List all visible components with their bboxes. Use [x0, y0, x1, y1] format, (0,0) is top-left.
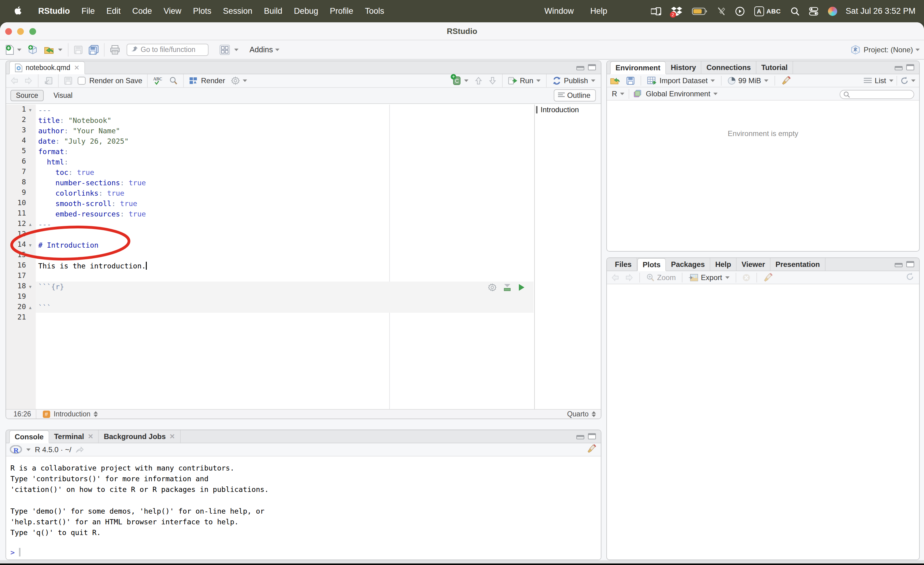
maximize-console-icon[interactable] — [588, 433, 596, 439]
apple-icon[interactable] — [0, 6, 32, 16]
tab-console[interactable]: Console — [9, 430, 49, 443]
chunk-options-gear-icon[interactable] — [488, 283, 496, 291]
menu-profile[interactable]: Profile — [324, 6, 359, 16]
find-replace-icon[interactable] — [166, 73, 181, 88]
print-button[interactable] — [107, 42, 123, 57]
refresh-plots-icon[interactable] — [906, 273, 914, 283]
menu-session[interactable]: Session — [217, 6, 258, 16]
maximize-plots-icon[interactable] — [906, 261, 914, 267]
minimize-plots-icon[interactable] — [895, 263, 903, 267]
addins-button[interactable]: Addins — [246, 42, 282, 57]
tab-connections[interactable]: Connections — [701, 61, 756, 74]
tab-history[interactable]: History — [666, 61, 702, 74]
run-prev-chunks-icon[interactable] — [471, 73, 486, 88]
siri-icon[interactable] — [828, 7, 837, 16]
outline-toggle-button[interactable]: Outline — [554, 89, 596, 102]
next-plot-icon[interactable] — [622, 270, 636, 285]
memory-usage-menu[interactable]: 99 MiB — [724, 73, 771, 88]
run-chunk-icon[interactable] — [518, 283, 525, 291]
menu-clock[interactable]: Sat Jul 26 3:52 PM — [846, 6, 915, 16]
maximize-env-icon[interactable] — [906, 64, 914, 70]
save-button[interactable] — [71, 42, 86, 57]
display-icon[interactable] — [651, 7, 662, 15]
control-center-icon[interactable] — [809, 7, 818, 16]
render-button[interactable]: Render — [186, 73, 228, 88]
maximize-pane-icon[interactable] — [588, 64, 596, 70]
menu-build[interactable]: Build — [258, 6, 288, 16]
publish-button[interactable]: Publish — [549, 73, 598, 88]
tab-tutorial[interactable]: Tutorial — [756, 61, 793, 74]
export-plot-button[interactable]: Export — [686, 270, 732, 285]
fold-arrow-icon[interactable]: ▲ — [28, 303, 33, 313]
tab-viewer[interactable]: Viewer — [736, 258, 771, 271]
refresh-env-icon[interactable] — [900, 76, 915, 85]
menu-code[interactable]: Code — [127, 6, 158, 16]
fold-arrow-icon[interactable]: ▼ — [28, 282, 33, 292]
menu-debug[interactable]: Debug — [288, 6, 324, 16]
render-settings-gear-icon[interactable] — [228, 73, 250, 88]
clear-environment-icon[interactable] — [778, 73, 794, 88]
input-source-icon[interactable]: A ABC — [754, 6, 781, 16]
new-file-button[interactable] — [3, 42, 24, 57]
run-button[interactable]: Run — [505, 73, 544, 88]
menu-help[interactable]: Help — [584, 6, 613, 16]
pane-layout-button[interactable] — [216, 42, 242, 57]
environment-search-input[interactable] — [840, 90, 914, 99]
tab-terminal[interactable]: Terminal✕ — [49, 430, 99, 443]
pencil-slash-icon[interactable] — [717, 7, 726, 16]
play-circle-icon[interactable] — [735, 7, 744, 16]
tab-packages[interactable]: Packages — [666, 258, 710, 271]
back-icon[interactable] — [8, 73, 21, 88]
menu-view[interactable]: View — [158, 6, 187, 16]
source-mode-button[interactable]: Source — [10, 90, 44, 101]
tab-background-jobs[interactable]: Background Jobs✕ — [99, 430, 180, 443]
run-above-icon[interactable] — [503, 283, 512, 291]
env-language-menu[interactable]: R — [612, 90, 624, 98]
menu-plots[interactable]: Plots — [187, 6, 217, 16]
menu-app-name[interactable]: RStudio — [32, 6, 75, 16]
fold-arrow-icon[interactable]: ▼ — [28, 105, 33, 115]
menu-window[interactable]: Window — [538, 6, 579, 16]
forward-icon[interactable] — [21, 73, 36, 88]
open-file-button[interactable] — [41, 42, 65, 57]
menu-tools[interactable]: Tools — [359, 6, 390, 16]
editor-tab-notebook[interactable]: notebook.qmd ✕ — [9, 61, 85, 74]
prev-plot-icon[interactable] — [608, 270, 622, 285]
menu-file[interactable]: File — [75, 6, 100, 16]
save-doc-icon[interactable] — [61, 73, 75, 88]
code-editor[interactable]: 1▼---2title: "Notebook"3author: "Your Na… — [6, 105, 601, 409]
tab-files[interactable]: Files — [610, 258, 637, 271]
tab-plots[interactable]: Plots — [637, 258, 666, 271]
global-environment-menu[interactable]: Global Environment — [633, 90, 718, 98]
zoom-plot-button[interactable]: Zoom — [643, 270, 679, 285]
env-view-menu[interactable]: List — [864, 76, 893, 85]
visual-mode-button[interactable]: Visual — [48, 90, 78, 101]
close-tab-icon[interactable]: ✕ — [74, 64, 80, 72]
goto-file-input[interactable]: Go to file/function — [127, 44, 208, 56]
tab-help[interactable]: Help — [710, 258, 736, 271]
project-menu[interactable]: R Project: (None) — [850, 45, 920, 55]
menu-edit[interactable]: Edit — [100, 6, 127, 16]
clear-plots-icon[interactable] — [760, 270, 776, 285]
import-dataset-button[interactable]: Import Dataset — [644, 73, 718, 88]
tab-environment[interactable]: Environment — [610, 61, 666, 74]
chunk-nav-menu[interactable]: # Introduction — [43, 410, 98, 418]
tab-presentation[interactable]: Presentation — [771, 258, 825, 271]
spellcheck-icon[interactable]: ABC — [150, 73, 166, 88]
doc-type-menu[interactable]: Quarto — [567, 410, 596, 418]
render-on-save-checkbox[interactable] — [78, 77, 86, 85]
dropbox-icon[interactable]: 2 — [671, 7, 682, 16]
console-output[interactable]: R is a collaborative project with many c… — [6, 457, 601, 559]
spotlight-icon[interactable] — [791, 7, 799, 16]
clear-console-icon[interactable] — [587, 444, 596, 455]
open-new-window-icon[interactable] — [41, 73, 56, 88]
save-all-button[interactable] — [86, 42, 102, 57]
remove-plot-icon[interactable] — [740, 270, 753, 285]
minimize-env-icon[interactable] — [895, 66, 903, 70]
run-next-chunks-icon[interactable] — [486, 73, 500, 88]
new-project-button[interactable] — [24, 42, 41, 57]
battery-icon[interactable] — [692, 7, 707, 15]
save-workspace-icon[interactable] — [624, 73, 638, 88]
load-workspace-icon[interactable] — [607, 73, 624, 88]
r-version-menu[interactable]: R — [10, 445, 31, 454]
